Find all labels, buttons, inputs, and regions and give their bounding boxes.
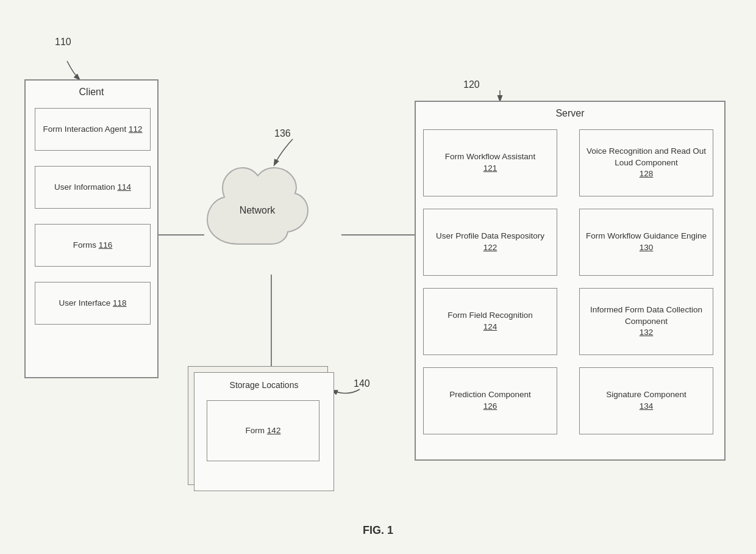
comp-text-130: Form Workflow Guidance Engine130: [586, 231, 707, 254]
comp-box-122: User Profile Data Respository122: [423, 209, 557, 276]
comp-box-118: User Interface 118: [35, 282, 151, 325]
server-label: Server: [555, 108, 584, 119]
comp-text-122: User Profile Data Respository122: [436, 231, 544, 254]
comp-text-112: Form Interaction Agent 112: [43, 124, 143, 135]
comp-text-124: Form Field Recognition124: [448, 310, 533, 333]
comp-box-142: Form 142: [207, 400, 319, 461]
comp-box-128: Voice Recognition and Read Out Loud Comp…: [579, 129, 713, 196]
comp-text-116: Forms 116: [73, 240, 113, 251]
comp-box-121: Form Workflow Assistant121: [423, 129, 557, 196]
comp-box-134: Signature Component134: [579, 367, 713, 434]
comp-text-134: Signature Component134: [606, 389, 686, 412]
storage-number-label: 140: [354, 378, 370, 389]
client-number-label: 110: [55, 37, 71, 48]
comp-text-132: Informed Form Data Collection Component1…: [585, 304, 708, 339]
comp-box-124: Form Field Recognition124: [423, 288, 557, 355]
client-box: Client Form Interaction Agent 112 User I…: [24, 79, 159, 378]
comp-box-126: Prediction Component126: [423, 367, 557, 434]
network-number-label: 136: [274, 128, 291, 139]
diagram: 110 Client Form Interaction Agent 112 Us…: [0, 0, 756, 554]
comp-box-130: Form Workflow Guidance Engine130: [579, 209, 713, 276]
comp-text-121: Form Workflow Assistant121: [445, 151, 535, 174]
client-label: Client: [79, 87, 104, 98]
comp-text-114: User Information 114: [54, 182, 131, 193]
comp-text-118: User Interface 118: [59, 298, 126, 309]
cloud-svg: Network: [201, 165, 341, 275]
network-cloud: Network: [201, 165, 341, 275]
svg-text:Network: Network: [240, 205, 276, 215]
comp-text-128: Voice Recognition and Read Out Loud Comp…: [585, 146, 708, 181]
comp-box-116: Forms 116: [35, 224, 151, 267]
storage-label: Storage Locations: [230, 380, 299, 390]
comp-text-142: Form 142: [246, 425, 281, 437]
server-number-label: 120: [463, 79, 480, 90]
comp-box-114: User Information 114: [35, 166, 151, 209]
storage-outer-box: Storage Locations Form 142: [194, 372, 334, 491]
comp-box-112: Form Interaction Agent 112: [35, 108, 151, 151]
comp-text-126: Prediction Component126: [449, 389, 531, 412]
comp-box-132: Informed Form Data Collection Component1…: [579, 288, 713, 355]
server-box: Server Form Workflow Assistant121 Voice …: [415, 101, 726, 461]
figure-label: FIG. 1: [363, 524, 393, 537]
